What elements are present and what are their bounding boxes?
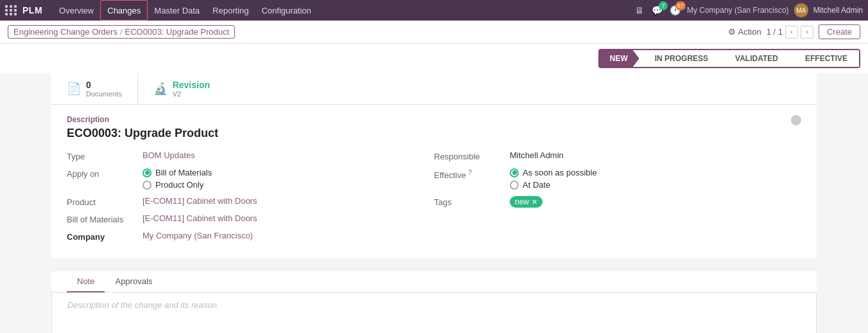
radio-asap-label: As soon as possible xyxy=(523,168,597,177)
status-in-progress[interactable]: IN PROGRESS xyxy=(639,50,720,67)
radio-product-label: Product Only xyxy=(155,180,204,190)
stat-documents[interactable]: 📄 0 Documents xyxy=(51,73,138,104)
effective-radio-group: As soon as possible At Date xyxy=(510,168,597,190)
radio-product-only[interactable]: Product Only xyxy=(143,180,212,190)
apps-menu-icon[interactable] xyxy=(5,5,17,15)
form-row-bom: Bill of Materials [E-COM11] Cabinet with… xyxy=(67,213,421,224)
brand-logo[interactable]: PLM xyxy=(22,5,42,15)
page-nav: 1 / 1 ‹ › xyxy=(767,26,813,39)
status-effective[interactable]: EFFECTIVE xyxy=(790,50,859,67)
main-content: Description ECO0003: Upgrade Product Typ… xyxy=(51,105,817,258)
product-label: Product xyxy=(67,196,137,207)
form-row-tags: Tags new ✕ xyxy=(434,196,788,208)
company-name[interactable]: My Company (San Francisco) xyxy=(687,6,789,15)
status-steps: NEW IN PROGRESS VALIDATED EFFECTIVE xyxy=(598,49,860,68)
radio-asap[interactable]: As soon as possible xyxy=(510,168,597,177)
radio-at-date-label: At Date xyxy=(523,180,550,190)
tab-note[interactable]: Note xyxy=(67,271,105,292)
sec-bar-right: ⚙ Action 1 / 1 ‹ › Create xyxy=(728,24,860,39)
docs-label: Documents xyxy=(86,90,122,98)
record-title: ECO0003: Upgrade Product xyxy=(67,127,791,140)
radio-bom-circle xyxy=(143,168,152,177)
support-icon[interactable]: 🖥 xyxy=(633,4,646,17)
prev-button[interactable]: ‹ xyxy=(785,26,798,39)
nav-changes[interactable]: Changes xyxy=(100,0,148,21)
form-row-apply-on: Apply on Bill of Materials Product Only xyxy=(67,168,421,190)
effective-tooltip-icon[interactable]: ? xyxy=(468,169,472,176)
tags-container: new ✕ xyxy=(510,196,542,208)
nav-overview[interactable]: Overview xyxy=(53,0,100,21)
note-placeholder[interactable]: Description of the change and its reason… xyxy=(67,300,219,310)
breadcrumb-current: ECO0003: Upgrade Product xyxy=(125,27,230,37)
tab-approvals[interactable]: Approvals xyxy=(105,271,162,292)
action-label: Action xyxy=(738,27,761,37)
nav-configuration[interactable]: Configuration xyxy=(255,0,317,21)
radio-product-circle xyxy=(143,181,152,190)
radio-at-date-circle xyxy=(510,181,519,190)
responsible-value: Mitchell Admin xyxy=(510,150,564,160)
effective-label: Effective ? xyxy=(434,168,505,180)
responsible-label: Responsible xyxy=(434,150,505,161)
description-label: Description xyxy=(67,115,791,124)
apply-on-label: Apply on xyxy=(67,168,137,179)
secondary-toolbar: Engineering Change Orders / ECO0003: Upg… xyxy=(0,21,868,44)
status-bar: NEW IN PROGRESS VALIDATED EFFECTIVE xyxy=(0,44,868,73)
radio-bom-label: Bill of Materials xyxy=(155,168,212,177)
status-validated[interactable]: VALIDATED xyxy=(720,50,790,67)
form-right: Responsible Mitchell Admin Effective ? A… xyxy=(434,150,801,248)
tag-remove-icon[interactable]: ✕ xyxy=(532,198,537,206)
radio-at-date[interactable]: At Date xyxy=(510,180,597,190)
topbar: PLM Overview Changes Master Data Reporti… xyxy=(0,0,868,21)
revision-version: V2 xyxy=(173,90,210,98)
company-label: Company xyxy=(67,231,137,242)
radio-bom-inner xyxy=(145,170,150,175)
activity-badge: 67 xyxy=(675,1,686,10)
tag-new: new ✕ xyxy=(510,196,542,208)
form-row-responsible: Responsible Mitchell Admin xyxy=(434,150,788,161)
form-row-effective: Effective ? As soon as possible At Date xyxy=(434,168,788,190)
breadcrumb-parent[interactable]: Engineering Change Orders xyxy=(13,27,117,37)
tabs-row: Note Approvals xyxy=(51,271,817,292)
stats-row: 📄 0 Documents 🔬 Revision V2 xyxy=(51,73,817,105)
type-label: Type xyxy=(67,150,137,161)
stat-revision[interactable]: 🔬 Revision V2 xyxy=(138,73,225,104)
gear-icon: ⚙ xyxy=(728,27,736,37)
bom-value[interactable]: [E-COM11] Cabinet with Doors xyxy=(143,213,257,223)
create-button[interactable]: Create xyxy=(819,24,860,39)
tags-label: Tags xyxy=(434,196,505,207)
type-value[interactable]: BOM Updates xyxy=(143,150,195,160)
form-row-product: Product [E-COM11] Cabinet with Doors xyxy=(67,196,421,207)
tag-value: new xyxy=(515,197,529,206)
username[interactable]: Mitchell Admin xyxy=(813,6,863,15)
nav-reporting[interactable]: Reporting xyxy=(206,0,255,21)
page-counter: 1 / 1 xyxy=(767,27,783,37)
docs-count: 0 xyxy=(86,80,122,90)
radio-bom[interactable]: Bill of Materials xyxy=(143,168,212,177)
activity-icon[interactable]: 🕐 67 xyxy=(669,4,682,17)
company-value[interactable]: My Company (San Francisco) xyxy=(143,231,253,240)
main-nav: Overview Changes Master Data Reporting C… xyxy=(53,0,318,21)
breadcrumb[interactable]: Engineering Change Orders / ECO0003: Upg… xyxy=(8,25,235,39)
radio-asap-circle xyxy=(510,168,519,177)
apply-on-radio-group: Bill of Materials Product Only xyxy=(143,168,212,190)
form-row-type: Type BOM Updates xyxy=(67,150,421,161)
form-left: Type BOM Updates Apply on Bill of Materi… xyxy=(67,150,434,248)
stat-docs-info: 0 Documents xyxy=(86,80,122,98)
avatar[interactable]: MA xyxy=(794,3,808,17)
revision-label: Revision xyxy=(173,80,210,90)
revision-icon: 🔬 xyxy=(153,82,168,96)
status-new[interactable]: NEW xyxy=(600,50,639,67)
messages-icon[interactable]: 💬 7 xyxy=(651,4,664,17)
radio-asap-inner xyxy=(512,170,517,175)
document-icon: 📄 xyxy=(67,82,81,96)
note-area: Description of the change and its reason… xyxy=(51,292,817,333)
stat-revision-info: Revision V2 xyxy=(173,80,210,98)
product-value[interactable]: [E-COM11] Cabinet with Doors xyxy=(143,196,257,206)
status-indicator xyxy=(791,115,801,125)
bom-label: Bill of Materials xyxy=(67,213,137,224)
next-button[interactable]: › xyxy=(801,26,813,39)
form-row-company: Company My Company (San Francisco) xyxy=(67,231,421,242)
topbar-right: 🖥 💬 7 🕐 67 My Company (San Francisco) MA… xyxy=(633,3,863,17)
action-button[interactable]: ⚙ Action xyxy=(728,27,761,37)
nav-master-data[interactable]: Master Data xyxy=(148,0,206,21)
